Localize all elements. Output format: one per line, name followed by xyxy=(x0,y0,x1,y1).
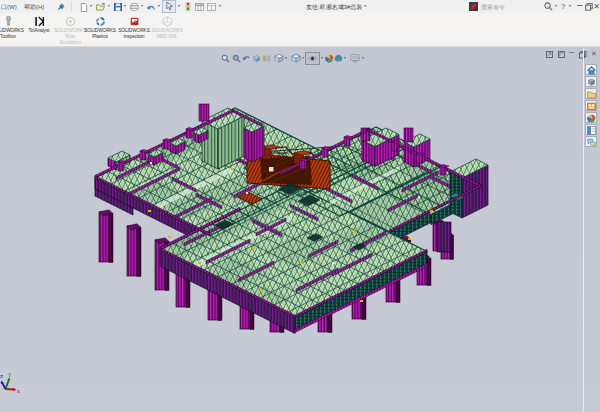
svg-text:z: z xyxy=(0,373,3,379)
svg-text:Y: Y xyxy=(8,372,12,378)
svg-text:x: x xyxy=(17,388,20,394)
